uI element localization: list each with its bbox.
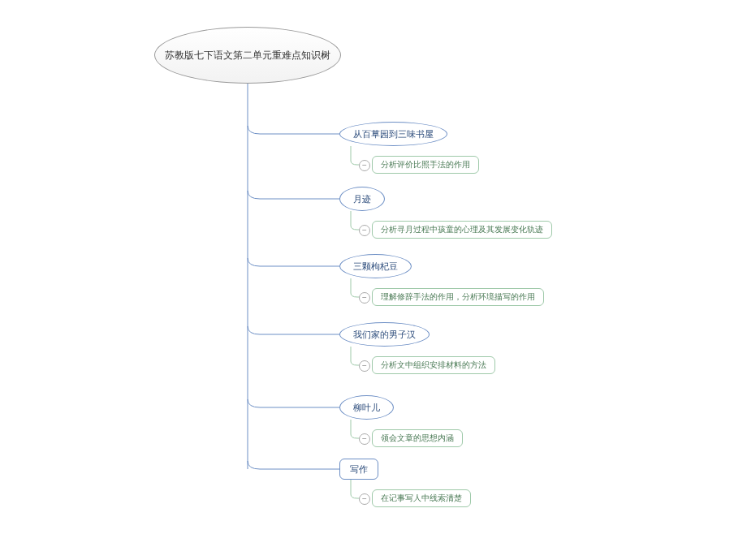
leaf-node-2[interactable]: 分析寻月过程中孩童的心理及其发展变化轨迹: [372, 221, 552, 239]
leaf-node-6[interactable]: 在记事写人中线索清楚: [372, 489, 471, 507]
leaf-node-3[interactable]: 理解修辞手法的作用，分析环境描写的作用: [372, 288, 544, 306]
collapse-toggle-icon[interactable]: −: [359, 360, 370, 372]
collapse-toggle-icon[interactable]: −: [359, 493, 370, 505]
leaf-label: 分析寻月过程中孩童的心理及其发展变化轨迹: [381, 224, 543, 235]
topic-node-3[interactable]: 三颗枸杞豆: [339, 254, 412, 278]
leaf-label: 理解修辞手法的作用，分析环境描写的作用: [381, 291, 535, 303]
topic-label: 我们家的男子汉: [353, 329, 416, 341]
collapse-toggle-icon[interactable]: −: [359, 292, 370, 304]
topic-label: 柳叶儿: [353, 402, 380, 414]
topic-label: 三颗枸杞豆: [353, 261, 398, 273]
topic-node-4[interactable]: 我们家的男子汉: [339, 322, 430, 347]
root-label: 苏教版七下语文第二单元重难点知识树: [165, 49, 330, 62]
root-node[interactable]: 苏教版七下语文第二单元重难点知识树: [154, 27, 341, 84]
leaf-node-4[interactable]: 分析文中组织安排材料的方法: [372, 356, 495, 374]
leaf-label: 分析文中组织安排材料的方法: [381, 360, 486, 371]
topic-node-1[interactable]: 从百草园到三味书屋: [339, 122, 447, 146]
topic-node-2[interactable]: 月迹: [339, 187, 385, 211]
leaf-node-1[interactable]: 分析评价比照手法的作用: [372, 156, 479, 174]
topic-label: 从百草园到三味书屋: [353, 128, 434, 140]
leaf-node-5[interactable]: 领会文章的思想内涵: [372, 429, 463, 447]
collapse-toggle-icon[interactable]: −: [359, 225, 370, 236]
leaf-label: 分析评价比照手法的作用: [381, 159, 470, 170]
leaf-label: 在记事写人中线索清楚: [381, 493, 462, 504]
topic-node-5[interactable]: 柳叶儿: [339, 395, 394, 420]
topic-node-6[interactable]: 写作: [339, 459, 378, 480]
mindmap-canvas: 苏教版七下语文第二单元重难点知识树 从百草园到三味书屋 − 分析评价比照手法的作…: [0, 0, 747, 560]
leaf-label: 领会文章的思想内涵: [381, 433, 454, 444]
collapse-toggle-icon[interactable]: −: [359, 160, 370, 171]
topic-label: 月迹: [353, 193, 371, 205]
topic-label: 写作: [350, 463, 368, 476]
collapse-toggle-icon[interactable]: −: [359, 433, 370, 445]
